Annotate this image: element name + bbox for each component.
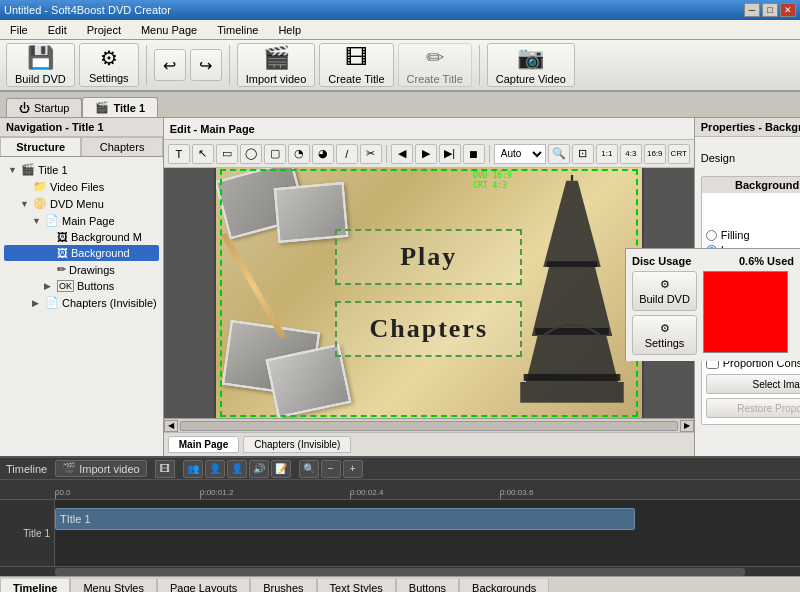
tab-text-styles[interactable]: Text Styles	[317, 579, 396, 592]
toolbar-import-video[interactable]: 🎬 Import video	[237, 43, 316, 87]
tl-tool-5[interactable]: 📝	[271, 460, 291, 478]
toolbar-create-title2[interactable]: ✏ Create Title	[398, 43, 472, 87]
tree-item-background[interactable]: 🖼 Background	[4, 245, 159, 261]
toolbar-capture-video[interactable]: 📷 Capture Video	[487, 43, 575, 87]
tab-backgrounds[interactable]: Backgrounds	[459, 579, 549, 592]
edit-tool-cursor[interactable]: ↖	[192, 144, 214, 164]
tl-tool-1[interactable]: 👥	[183, 460, 203, 478]
timeline-tracks: Title 1 TItle 1	[0, 500, 800, 566]
canvas-scrollbar-h[interactable]: ◀ ▶	[164, 418, 694, 432]
menu-project[interactable]: Project	[81, 22, 127, 38]
disc-build-dvd-button[interactable]: ⚙ Build DVD	[632, 271, 697, 311]
tl-tool-3[interactable]: 👤	[227, 460, 247, 478]
toolbar-build-dvd[interactable]: 💾 Build DVD	[6, 43, 75, 87]
startup-label: Startup	[34, 102, 69, 114]
close-button[interactable]: ✕	[780, 3, 796, 17]
tl-tool-2[interactable]: 👤	[205, 460, 225, 478]
menu-page[interactable]: Menu Page	[135, 22, 203, 38]
radio-filling[interactable]: Filling	[706, 229, 800, 241]
tab-brushes[interactable]: Brushes	[250, 579, 316, 592]
tab-startup[interactable]: ⏻ Startup	[6, 98, 82, 117]
select-image-button[interactable]: Select Image	[706, 374, 800, 394]
page-tab-main[interactable]: Main Page	[168, 436, 239, 453]
edit-header: Edit - Main Page	[164, 118, 694, 140]
edit-tool-roundrect[interactable]: ▢	[264, 144, 286, 164]
edit-tool-safe[interactable]: CRT	[668, 144, 690, 164]
menu-file[interactable]: File	[4, 22, 34, 38]
maximize-button[interactable]: □	[762, 3, 778, 17]
edit-tool-play2[interactable]: ▶|	[439, 144, 461, 164]
tree-item-main-page[interactable]: ▼ 📄 Main Page	[4, 212, 159, 229]
edit-zoom-100[interactable]: 1:1	[596, 144, 618, 164]
tl-zoom-tool[interactable]: 🔍	[299, 460, 319, 478]
edit-zoom-fit[interactable]: ⊡	[572, 144, 594, 164]
tree-item-dvd-menu[interactable]: ▼ 📀 DVD Menu	[4, 195, 159, 212]
tree-item-title1[interactable]: ▼ 🎬 Title 1	[4, 161, 159, 178]
play-label: Play	[400, 242, 457, 272]
tab-buttons[interactable]: Buttons	[396, 579, 459, 592]
toolbar-settings[interactable]: ⚙ Settings	[79, 43, 139, 87]
edit-tool-ellipse[interactable]: ◯	[240, 144, 262, 164]
tl-tool-4[interactable]: 🔊	[249, 460, 269, 478]
edit-tool-pie[interactable]: ◕	[312, 144, 334, 164]
chapters-area[interactable]: Chapters	[335, 301, 522, 357]
scroll-left-btn[interactable]: ◀	[164, 420, 178, 432]
edit-zoom-out[interactable]: 🔍	[548, 144, 570, 164]
edit-tool-scissor[interactable]: ✂	[360, 144, 382, 164]
menu-timeline[interactable]: Timeline	[211, 22, 264, 38]
tree-item-chapters-inv[interactable]: ▶ 📄 Chapters (Invisible)	[4, 294, 159, 311]
dvd-canvas: DVD 16:9CRT 4:3 Play Chapters	[214, 168, 644, 418]
play-area[interactable]: Play	[335, 229, 522, 285]
zoom-select[interactable]: Auto25%50%75%100%	[494, 144, 546, 164]
menu-edit[interactable]: Edit	[42, 22, 73, 38]
disc-settings-button[interactable]: ⚙ Settings	[632, 315, 697, 355]
tl-minus-tool[interactable]: −	[321, 460, 341, 478]
page-tab-chapters-inv[interactable]: Chapters (Invisible)	[243, 436, 351, 453]
tl-icon1[interactable]: 🎞	[155, 460, 175, 478]
canvas-area: DVD 16:9CRT 4:3 Play Chapters	[164, 168, 694, 418]
toolbar: 💾 Build DVD ⚙ Settings ↩ ↪ 🎬 Import vide…	[0, 40, 800, 92]
toolbar-redo[interactable]: ↪	[190, 49, 222, 81]
edit-ratio-169[interactable]: 16:9	[644, 144, 666, 164]
restore-proportions-button[interactable]: Restore Proportions	[706, 398, 800, 418]
edit-toolbar: T ↖ ▭ ◯ ▢ ◔ ◕ / ✂ ◀ ▶ ▶| ⏹ Auto25%50%75%…	[164, 140, 694, 168]
disc-percentage: 0.6% Used	[739, 255, 794, 267]
tab-page-layouts[interactable]: Page Layouts	[157, 579, 250, 592]
bg-icon: 🖼	[57, 247, 68, 259]
tl-import-video-btn[interactable]: 🎬 Import video	[55, 460, 147, 477]
edit-tool-text[interactable]: T	[168, 144, 190, 164]
svg-rect-3	[520, 382, 624, 403]
tree-item-video-files[interactable]: 📁 Video Files	[4, 178, 159, 195]
h-scrollbar-track[interactable]	[180, 421, 678, 431]
tree-item-drawings[interactable]: ✏ Drawings	[4, 261, 159, 278]
expand-main-page-icon: ▼	[32, 216, 42, 226]
edit-tool-arc[interactable]: ◔	[288, 144, 310, 164]
tl-plus-tool[interactable]: +	[343, 460, 363, 478]
import-video-label: Import video	[246, 73, 307, 85]
nav-tab-structure[interactable]: Structure	[0, 137, 81, 156]
track-clip-title1[interactable]: TItle 1	[55, 508, 635, 530]
tab-title1[interactable]: 🎬 Title 1	[82, 97, 158, 117]
edit-tool-line[interactable]: /	[336, 144, 358, 164]
page-tab-bar: ⏻ Startup 🎬 Title 1	[0, 92, 800, 118]
tab-menu-styles[interactable]: Menu Styles	[70, 579, 157, 592]
toolbar-create-title[interactable]: 🎞 Create Title	[319, 43, 393, 87]
edit-tool-prev[interactable]: ◀	[391, 144, 413, 164]
tab-timeline[interactable]: Timeline	[0, 579, 70, 592]
minimize-button[interactable]: ─	[744, 3, 760, 17]
scroll-right-btn[interactable]: ▶	[680, 420, 694, 432]
filling-radio[interactable]	[706, 230, 717, 241]
nav-tab-chapters[interactable]: Chapters	[81, 137, 162, 156]
edit-ratio-43[interactable]: 4:3	[620, 144, 642, 164]
edit-tool-rect[interactable]: ▭	[216, 144, 238, 164]
tl-scrollbar-inner[interactable]	[55, 568, 745, 576]
tree-item-background-m[interactable]: 🖼 Background M	[4, 229, 159, 245]
toolbar-undo[interactable]: ↩	[154, 49, 186, 81]
edit-tool-stop[interactable]: ⏹	[463, 144, 485, 164]
track-area[interactable]: TItle 1	[55, 500, 800, 566]
edit-tool-next[interactable]: ▶	[415, 144, 437, 164]
settings-icon: ⚙	[100, 46, 118, 70]
menu-help[interactable]: Help	[272, 22, 307, 38]
timeline-scrollbar[interactable]	[0, 566, 800, 576]
tree-item-buttons[interactable]: ▶ OK Buttons	[4, 278, 159, 294]
